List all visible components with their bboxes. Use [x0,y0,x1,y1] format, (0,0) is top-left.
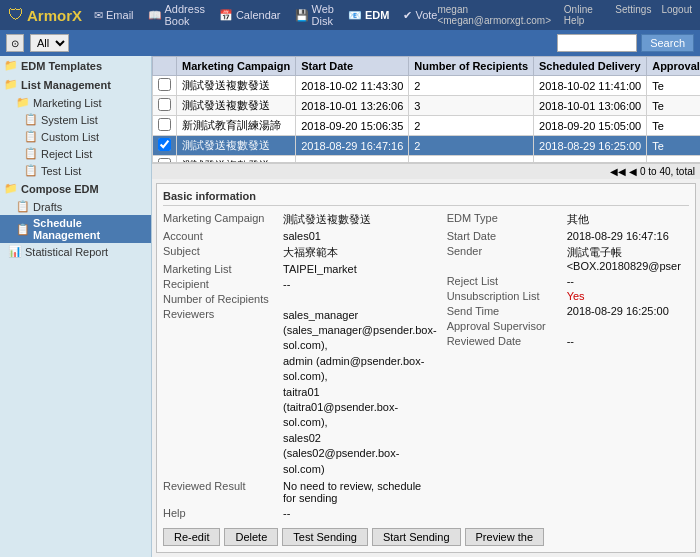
pagination: ◀◀ ◀ 0 to 40, total [152,163,700,179]
nav-calendar[interactable]: 📅 Calendar [219,9,281,22]
info-value-send-time: 2018-08-29 16:25:00 [567,305,689,317]
row-delivery: 2018-08-29 16:25:00 [534,136,647,156]
row-recipients: 2 [409,76,534,96]
info-row-reviewed-result: Reviewed Result No need to review, sched… [163,480,437,504]
row-recipients: 2 [409,156,534,163]
info-row-num-recipients: Number of Recipients [163,293,437,305]
sidebar-item-list-management[interactable]: 📁 List Management [0,75,151,94]
re-edit-button[interactable]: Re-edit [163,528,220,546]
nav-webdisk[interactable]: 💾 Web Disk [295,3,334,27]
search-area: Search [557,34,694,52]
nav-icon-btn-1[interactable]: ⊙ [6,34,24,52]
row-checkbox[interactable] [153,116,177,136]
row-start: 2018-09-20 15:06:35 [296,116,409,136]
info-label-campaign: Marketing Campaign [163,212,283,224]
list-icon: 📋 [16,223,30,236]
col-campaign: Marketing Campaign [177,57,296,76]
info-value-subject: 大福寮範本 [283,245,437,260]
sidebar-item-custom-list[interactable]: 📋 Custom List [0,128,151,145]
info-row-approval-supervisor: Approval Supervisor [447,320,689,332]
info-row-reviewers: Reviewers sales_manager (sales_manager@p… [163,308,437,477]
info-label-recipient: Recipient [163,278,283,290]
list-icon: 📋 [24,147,38,160]
row-supervisor: Te [647,136,700,156]
info-row-reviewed-date: Reviewed Date -- [447,335,689,347]
info-value-unsubscription: Yes [567,290,689,302]
row-checkbox[interactable] [153,136,177,156]
info-row-send-time: Send Time 2018-08-29 16:25:00 [447,305,689,317]
start-sending-button[interactable]: Start Sending [372,528,461,546]
info-row-recipient: Recipient -- [163,278,437,290]
search-input[interactable] [557,34,637,52]
list-icon: 📋 [16,200,30,213]
info-row-marketing-list: Marketing List TAIPEI_market [163,263,437,275]
info-label-account: Account [163,230,283,242]
logo: 🛡 ArmorX [8,6,82,24]
preview-button[interactable]: Preview the [465,528,544,546]
info-label-send-time: Send Time [447,305,567,317]
info-label-edm-type: EDM Type [447,212,567,224]
info-value-edm-type: 其他 [567,212,689,227]
online-help-link[interactable]: Online Help [564,4,605,26]
nav-address-book[interactable]: 📖 Address Book [148,3,205,27]
sidebar-item-marketing-list[interactable]: 📁 Marketing List [0,94,151,111]
row-delivery: 2018-08-29 16:25:00 [534,156,647,163]
search-button[interactable]: Search [641,34,694,52]
info-value-marketing-list: TAIPEI_market [283,263,437,275]
info-row-help: Help -- [163,507,437,519]
info-value-start-date: 2018-08-29 16:47:16 [567,230,689,242]
info-actions: Re-edit Delete Test Sending Start Sendin… [163,528,689,546]
folder-icon: 📁 [4,78,18,91]
col-supervisor: Approval Supervisor [647,57,700,76]
delete-button[interactable]: Delete [224,528,278,546]
sidebar-item-statistical-report[interactable]: 📊 Statistical Report [0,243,151,260]
row-start: 2018-10-01 13:26:06 [296,96,409,116]
row-campaign: 新測試教育訓練湯諦 [177,116,296,136]
col-recipients: Number of Recipients [409,57,534,76]
info-label-marketing-list: Marketing List [163,263,283,275]
info-label-reject-list: Reject List [447,275,567,287]
settings-link[interactable]: Settings [615,4,651,26]
info-label-help: Help [163,507,283,519]
table-row[interactable]: 測試發送複數發送 2018-10-02 11:43:30 2 2018-10-0… [153,76,701,96]
row-supervisor [647,156,700,163]
chart-icon: 📊 [8,245,22,258]
filter-select[interactable]: All [30,34,69,52]
row-checkbox[interactable] [153,76,177,96]
row-supervisor: Te [647,96,700,116]
table-row[interactable]: 測試發送複數發送 2018-10-01 13:26:06 3 2018-10-0… [153,96,701,116]
table-row[interactable]: 測試發送複數發送 2018-08-29 16:47:16 2 2018-08-2… [153,136,701,156]
sidebar-item-schedule-management[interactable]: 📋 Schedule Management [0,215,151,243]
sidebar-item-reject-list[interactable]: 📋 Reject List [0,145,151,162]
row-delivery: 2018-09-20 15:05:00 [534,116,647,136]
logout-link[interactable]: Logout [661,4,692,26]
table-area: Marketing Campaign Start Date Number of … [152,56,700,163]
nav-edm[interactable]: 📧 EDM [348,9,389,22]
info-panel-title: Basic information [163,190,689,206]
info-value-reviewed-date: -- [567,335,689,347]
info-row-sender: Sender 測試電子帳 <BOX.20180829@pser [447,245,689,272]
table-row[interactable]: 新測試教育訓練湯諦 2018-09-20 15:06:35 2 2018-09-… [153,116,701,136]
test-sending-button[interactable]: Test Sending [282,528,368,546]
info-value-sender: 測試電子帳 <BOX.20180829@pser [567,245,689,272]
col-delivery: Scheduled Delivery [534,57,647,76]
sidebar-item-test-list[interactable]: 📋 Test List [0,162,151,179]
sidebar-item-drafts[interactable]: 📋 Drafts [0,198,151,215]
info-label-sender: Sender [447,245,567,257]
sidebar-item-compose-edm[interactable]: 📁 Compose EDM [0,179,151,198]
top-nav: ✉ Email 📖 Address Book 📅 Calendar 💾 Web … [94,3,437,27]
info-label-num-recipients: Number of Recipients [163,293,283,305]
logo-text: ArmorX [27,7,82,24]
sidebar-item-edm-templates[interactable]: 📁 EDM Templates [0,56,151,75]
info-value-reviewed-result: No need to review, schedule for sending [283,480,437,504]
info-panel: Basic information Marketing Campaign 測試發… [156,183,696,553]
sidebar-item-system-list[interactable]: 📋 System List [0,111,151,128]
row-checkbox[interactable] [153,156,177,163]
nav-vote[interactable]: ✔ Vote [403,9,437,22]
col-start: Start Date [296,57,409,76]
row-campaign: 測試發送複數發送 [177,156,296,163]
table-row[interactable]: 測試發送複數發送 2018-08-29 16:26:40 2 2018-08-2… [153,156,701,163]
nav-email[interactable]: ✉ Email [94,9,134,22]
sidebar: 📁 EDM Templates 📁 List Management 📁 Mark… [0,56,152,557]
row-checkbox[interactable] [153,96,177,116]
